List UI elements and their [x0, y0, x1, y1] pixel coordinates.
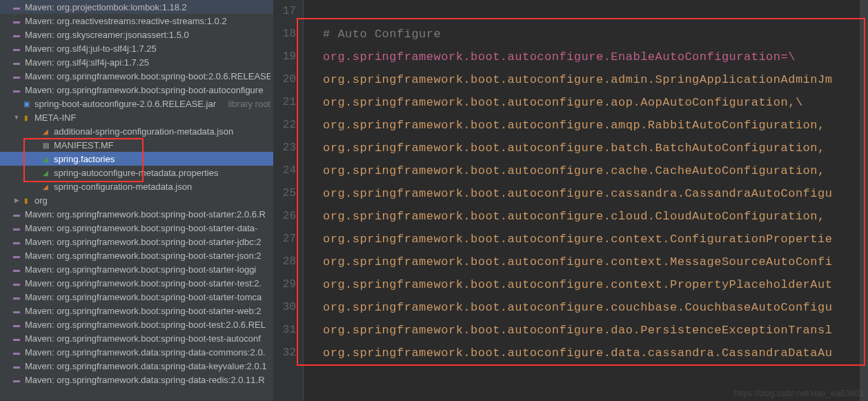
expand-arrow-icon[interactable]: ▶ [12, 197, 21, 204]
tree-item[interactable]: ▬Maven: org.springframework.boot:spring-… [0, 235, 273, 248]
line-number: 19 [273, 46, 296, 68]
tree-item[interactable]: ▤MANIFEST.MF [0, 138, 273, 152]
code-line[interactable]: org.springframework.boot.autoconfigure.c… [323, 228, 860, 251]
code-editor[interactable]: 17181920212223242526272829303132 # Auto … [273, 0, 868, 401]
tree-item[interactable]: ▬Maven: org.springframework.boot:spring-… [0, 207, 273, 221]
lib-icon: ▬ [11, 15, 22, 26]
lib-icon: ▬ [11, 236, 22, 247]
line-number: 26 [273, 205, 296, 228]
line-number: 27 [273, 228, 296, 251]
tree-item-label: Maven: org.springframework.boot:spring-b… [25, 209, 270, 219]
code-line[interactable]: # Auto Configure [323, 23, 860, 46]
code-line[interactable]: org.springframework.boot.autoconfigure.d… [323, 319, 860, 342]
tree-item[interactable]: ▬Maven: org.springframework.boot:spring-… [0, 248, 273, 262]
jar-icon: ▣ [21, 98, 32, 109]
tree-item-label: Maven: org.springframework.boot:spring-b… [25, 251, 270, 261]
code-line[interactable]: org.springframework.boot.autoconfigure.c… [323, 159, 860, 182]
tree-item-label: Maven: org.springframework.data:spring-d… [25, 375, 270, 385]
lib-icon: ▬ [11, 208, 22, 219]
tree-item-label: Maven: org.projectlombok:lombok:1.18.2 [25, 2, 270, 12]
tree-item[interactable]: ▬Maven: org.springframework.data:spring-… [0, 373, 273, 387]
line-number: 31 [273, 319, 296, 342]
tree-item[interactable]: ▣spring-boot-autoconfigure-2.0.6.RELEASE… [0, 97, 273, 110]
tree-item-label: spring-autoconfigure-metadata.properties [54, 168, 270, 178]
tree-item-label: Maven: org.springframework.boot:spring-b… [25, 306, 270, 316]
tree-item[interactable]: ▬Maven: org.projectlombok:lombok:1.18.2 [0, 0, 273, 14]
tree-item-label: Maven: org.springframework.boot:spring-b… [25, 264, 270, 275]
tree-item-suffix: library root [228, 99, 270, 109]
tree-item-label: Maven: org.slf4j:jul-to-slf4j:1.7.25 [25, 43, 270, 54]
tree-item-label: Maven: org.springframework.boot:spring-b… [25, 71, 270, 81]
tree-item-label: Maven: org.springframework.boot:spring-b… [25, 278, 270, 288]
tree-item[interactable]: ▬Maven: org.springframework.boot:spring-… [0, 317, 273, 331]
editor-scrollbar[interactable] [860, 0, 868, 401]
code-line[interactable]: org.springframework.boot.autoconfigure.a… [323, 91, 860, 114]
json-icon: ◢ [40, 181, 51, 192]
tree-item-label: Maven: org.slf4j:slf4j-api:1.7.25 [25, 57, 270, 68]
code-line[interactable] [323, 0, 860, 23]
lib-icon: ▬ [11, 250, 22, 261]
tree-item[interactable]: ◢spring-autoconfigure-metadata.propertie… [0, 166, 273, 179]
tree-item-label: Maven: org.springframework.boot:spring-b… [25, 237, 270, 247]
tree-item-label: spring-boot-autoconfigure-2.0.6.RELEASE.… [34, 99, 226, 109]
code-line[interactable]: org.springframework.boot.autoconfigure.b… [323, 137, 860, 159]
tree-item-label: spring.factories [54, 154, 270, 164]
tree-item[interactable]: ▬Maven: org.springframework.boot:spring-… [0, 331, 273, 345]
code-line[interactable]: org.springframework.boot.autoconfigure.a… [323, 114, 860, 137]
tree-item-label: Maven: org.springframework.data:spring-d… [25, 361, 270, 371]
tree-item[interactable]: ◢spring-configuration-metadata.json [0, 179, 273, 193]
tree-item-label: spring-configuration-metadata.json [54, 182, 270, 192]
tree-item-label: Maven: org.springframework.boot:spring-b… [25, 85, 270, 95]
tree-item[interactable]: ▶▮org [0, 193, 273, 207]
editor-code-area[interactable]: # Auto Configureorg.springframework.boot… [304, 0, 860, 401]
lib-icon: ▬ [11, 1, 22, 12]
tree-item[interactable]: ▼▮META-INF [0, 110, 273, 124]
tree-item[interactable]: ▬Maven: org.springframework.data:spring-… [0, 345, 273, 359]
tree-item[interactable]: ▬Maven: org.slf4j:slf4j-api:1.7.25 [0, 55, 273, 69]
folder-icon: ▮ [21, 195, 32, 206]
tree-item[interactable]: ▬Maven: org.springframework.boot:spring-… [0, 262, 273, 276]
code-line[interactable]: org.springframework.boot.autoconfigure.a… [323, 68, 860, 91]
line-number: 32 [273, 342, 296, 364]
tree-item-label: additional-spring-configuration-metadata… [54, 126, 270, 137]
tree-item[interactable]: ▬Maven: org.slf4j:jul-to-slf4j:1.7.25 [0, 41, 273, 55]
line-number: 17 [273, 0, 296, 23]
line-number: 28 [273, 251, 296, 273]
tree-item[interactable]: ◢spring.factories [0, 152, 273, 166]
file-icon: ◢ [40, 153, 51, 164]
lib-icon: ▬ [11, 84, 22, 95]
lib-icon: ▬ [11, 57, 22, 68]
tree-item[interactable]: ▬Maven: org.springframework.boot:spring-… [0, 290, 273, 304]
project-tree-sidebar[interactable]: ▬Maven: org.projectlombok:lombok:1.18.2▬… [0, 0, 273, 401]
code-line[interactable]: org.springframework.boot.autoconfigure.c… [323, 296, 860, 319]
line-number: 30 [273, 296, 296, 319]
tree-item-label: MANIFEST.MF [54, 140, 270, 150]
tree-item[interactable]: ▬Maven: org.springframework.boot:spring-… [0, 69, 273, 83]
line-number: 18 [273, 23, 296, 46]
code-line[interactable]: org.springframework.boot.autoconfigure.d… [323, 342, 860, 364]
tree-item-label: Maven: org.springframework.boot:spring-b… [25, 333, 270, 344]
line-number: 22 [273, 114, 296, 137]
file-icon: ◢ [40, 167, 51, 178]
code-line[interactable]: org.springframework.boot.autoconfigure.c… [323, 273, 860, 296]
mf-icon: ▤ [40, 139, 51, 150]
tree-item[interactable]: ◢additional-spring-configuration-metadat… [0, 124, 273, 138]
tree-item[interactable]: ▬Maven: org.springframework.boot:spring-… [0, 221, 273, 235]
code-line[interactable]: org.springframework.boot.autoconfigure.c… [323, 182, 860, 205]
tree-item[interactable]: ▬Maven: org.reactivestreams:reactive-str… [0, 14, 273, 28]
code-line[interactable]: org.springframework.boot.autoconfigure.E… [323, 46, 860, 68]
tree-item[interactable]: ▬Maven: org.springframework.data:spring-… [0, 359, 273, 373]
lib-icon: ▬ [11, 29, 22, 40]
code-line[interactable]: org.springframework.boot.autoconfigure.c… [323, 251, 860, 273]
tree-item[interactable]: ▬Maven: org.springframework.boot:spring-… [0, 276, 273, 290]
folder-icon: ▮ [21, 112, 32, 123]
watermark-text: https://blog.csdn.net/xiao_xia63601 [734, 389, 864, 398]
tree-item[interactable]: ▬Maven: org.springframework.boot:spring-… [0, 83, 273, 97]
expand-arrow-icon[interactable]: ▼ [12, 114, 21, 121]
tree-item[interactable]: ▬Maven: org.skyscreamer:jsonassert:1.5.0 [0, 28, 273, 41]
lib-icon: ▬ [11, 374, 22, 385]
tree-item[interactable]: ▬Maven: org.springframework.boot:spring-… [0, 304, 273, 317]
lib-icon: ▬ [11, 360, 22, 371]
code-line[interactable]: org.springframework.boot.autoconfigure.c… [323, 205, 860, 228]
lib-icon: ▬ [11, 43, 22, 54]
